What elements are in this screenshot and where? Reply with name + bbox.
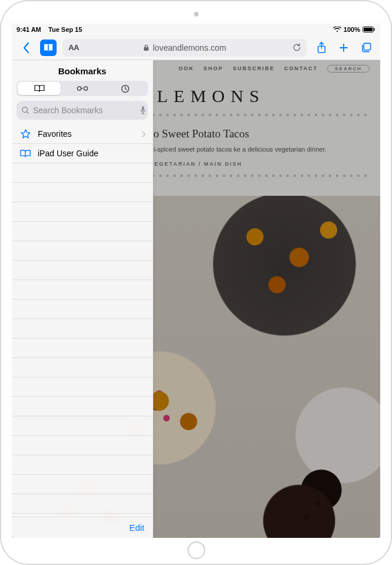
tabs-button[interactable] xyxy=(358,40,374,56)
list-item xyxy=(12,300,153,319)
address-bar[interactable]: AA loveandlemons.com xyxy=(62,39,307,57)
reader-aa-button[interactable]: AA xyxy=(68,43,79,52)
list-item xyxy=(12,475,153,494)
safari-toolbar: AA loveandlemons.com xyxy=(12,35,380,60)
list-item xyxy=(12,397,153,416)
status-time: 9:41 AM xyxy=(17,26,41,33)
bookmarks-row-favorites[interactable]: Favorites xyxy=(12,124,153,144)
sidebar-footer: Edit xyxy=(12,517,153,538)
sidebar-segmented-control[interactable] xyxy=(17,81,148,96)
list-item xyxy=(12,163,153,183)
glasses-icon xyxy=(76,86,89,91)
segment-history[interactable] xyxy=(104,82,147,95)
sidebar-title: Bookmarks xyxy=(12,60,153,81)
battery-icon xyxy=(363,27,375,32)
bookmarks-search-input[interactable] xyxy=(33,106,136,115)
svg-rect-10 xyxy=(142,106,144,111)
list-item xyxy=(12,455,153,475)
screen-bezel: 9:41 AM Tue Sep 15 100% xyxy=(12,24,380,538)
star-outline-icon xyxy=(19,129,32,140)
list-item xyxy=(12,241,153,261)
book-open-icon xyxy=(34,84,45,93)
bookmarks-row-label: Favorites xyxy=(38,129,72,139)
segment-bookmarks[interactable] xyxy=(18,82,61,95)
clock-icon xyxy=(121,84,130,93)
status-right: 100% xyxy=(333,26,375,33)
list-item xyxy=(12,222,153,241)
list-item xyxy=(12,416,153,436)
segment-reading-list[interactable] xyxy=(61,82,104,95)
svg-rect-1 xyxy=(364,28,373,31)
screen: 9:41 AM Tue Sep 15 100% xyxy=(12,24,380,538)
list-item xyxy=(12,377,153,397)
bookmarks-sidebar: Bookmarks xyxy=(12,60,153,538)
back-button[interactable] xyxy=(18,40,34,56)
dictation-icon[interactable] xyxy=(140,106,146,115)
list-item xyxy=(12,280,153,300)
list-item xyxy=(12,358,153,377)
svg-point-6 xyxy=(77,87,81,90)
bookmarks-button[interactable] xyxy=(40,40,57,56)
list-item xyxy=(12,339,153,358)
list-item xyxy=(12,319,153,339)
chevron-right-icon xyxy=(141,131,146,137)
battery-percent: 100% xyxy=(344,26,360,33)
address-url: loveandlemons.com xyxy=(153,43,226,52)
reload-button[interactable] xyxy=(292,43,301,52)
new-tab-button[interactable] xyxy=(335,40,352,56)
bookmarks-search[interactable] xyxy=(17,101,148,120)
svg-rect-2 xyxy=(374,28,375,31)
list-item xyxy=(12,202,153,222)
list-item xyxy=(12,494,153,514)
share-button[interactable] xyxy=(313,40,330,56)
svg-rect-5 xyxy=(364,43,370,50)
home-button[interactable] xyxy=(187,541,205,559)
bookmarks-row-ipad-user-guide[interactable]: iPad User Guide xyxy=(12,144,153,163)
list-item xyxy=(12,261,153,280)
status-date: Tue Sep 15 xyxy=(48,26,82,33)
list-item xyxy=(12,436,153,455)
svg-point-7 xyxy=(84,87,87,90)
book-icon xyxy=(19,149,32,158)
list-item xyxy=(12,183,153,202)
bookmarks-row-label: iPad User Guide xyxy=(38,149,98,158)
wifi-icon xyxy=(333,27,341,32)
edit-button[interactable]: Edit xyxy=(129,523,144,533)
bookmarks-list: Favorites iPad User Guide xyxy=(12,124,153,517)
ipad-device-frame: 9:41 AM Tue Sep 15 100% xyxy=(0,0,392,565)
content-area: OOK SHOP SUBSCRIBE CONTACT SEARCH & LEMO… xyxy=(12,60,380,538)
svg-rect-3 xyxy=(144,47,149,51)
lock-icon xyxy=(143,44,149,51)
status-bar: 9:41 AM Tue Sep 15 100% xyxy=(12,24,380,35)
status-left: 9:41 AM Tue Sep 15 xyxy=(17,26,82,33)
front-camera xyxy=(194,12,199,17)
search-icon xyxy=(21,106,29,114)
